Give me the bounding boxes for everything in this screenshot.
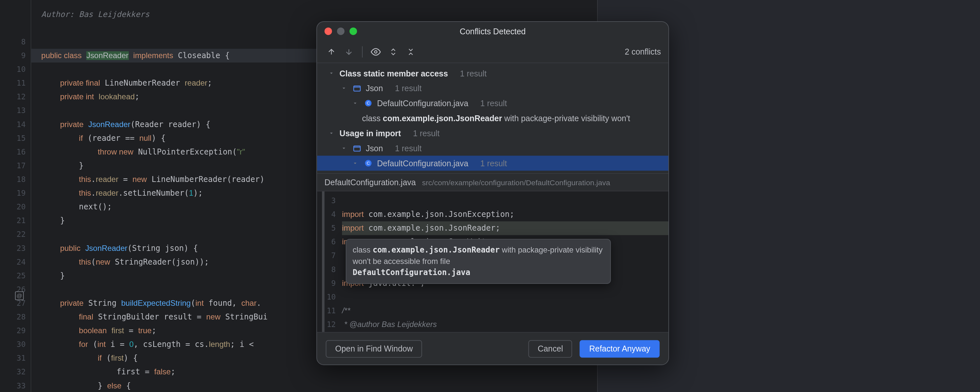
result-count: 1 result bbox=[480, 158, 507, 168]
toolbar-separator bbox=[362, 46, 363, 57]
result-count: 1 result bbox=[480, 98, 507, 108]
refactor-anyway-button[interactable]: Refactor Anyway bbox=[580, 340, 660, 357]
dialog-title: Conflicts Detected bbox=[317, 27, 668, 36]
window-traffic-lights bbox=[325, 27, 357, 35]
result-count: 1 result bbox=[395, 84, 422, 93]
gutter-line-number: 10 bbox=[17, 62, 26, 76]
minimize-icon bbox=[337, 27, 345, 35]
chevron-down-icon[interactable] bbox=[339, 144, 348, 153]
preview-line-number: 11 bbox=[327, 304, 336, 317]
tooltip-target-file: DefaultConfiguration.java bbox=[353, 268, 470, 277]
gutter-line-number: 32 bbox=[17, 365, 26, 379]
chevron-down-icon[interactable] bbox=[351, 99, 360, 107]
code-line[interactable]: } else { bbox=[31, 379, 597, 392]
conflicts-tree[interactable]: Class static member access 1 resultJson … bbox=[317, 63, 668, 173]
gutter-line-number: 8 bbox=[21, 35, 26, 49]
preview-code-line[interactable] bbox=[342, 194, 668, 207]
file-name: DefaultConfiguration.java bbox=[377, 158, 468, 168]
group-label: Usage in import bbox=[339, 128, 401, 138]
preview-code-line[interactable]: /** bbox=[342, 304, 668, 317]
open-in-find-window-button[interactable]: Open in Find Window bbox=[326, 340, 422, 357]
dialog-titlebar[interactable]: Conflicts Detected bbox=[317, 22, 668, 40]
gutter-line-number: 19 bbox=[17, 186, 26, 200]
gutter-line-number: 30 bbox=[17, 338, 26, 352]
tooltip-qualified-name: com.example.json.JsonReader bbox=[373, 245, 500, 255]
next-occurrence-icon[interactable] bbox=[342, 45, 356, 59]
gutter-line-number: 29 bbox=[17, 324, 26, 338]
preview-code-line[interactable]: * @author Bas Leijdekkers bbox=[342, 317, 668, 331]
preview-line-number: 4 bbox=[331, 207, 336, 221]
preview-line-number: 6 bbox=[331, 235, 336, 249]
svg-text:C: C bbox=[367, 161, 370, 166]
gutter-line-number: 14 bbox=[17, 118, 26, 131]
gutter-line-number: 23 bbox=[17, 241, 26, 255]
gutter-line-number: 11 bbox=[17, 76, 26, 90]
tree-row[interactable]: class com.example.json.JsonReader with p… bbox=[317, 111, 668, 126]
gutter-line-number: 22 bbox=[17, 228, 26, 241]
preview-code-line[interactable]: import com.example.json.JsonException; bbox=[342, 207, 668, 221]
collapse-all-icon[interactable] bbox=[404, 45, 417, 59]
author-annotation: Author: Bas Leijdekkers bbox=[31, 8, 150, 21]
result-count: 1 result bbox=[413, 128, 440, 138]
tree-row[interactable]: CDefaultConfiguration.java 1 result bbox=[317, 156, 668, 171]
prev-occurrence-icon[interactable] bbox=[325, 45, 338, 59]
conflicts-dialog: Conflicts Detected 2 conflicts Class sta… bbox=[316, 21, 669, 365]
preview-line-number: 8 bbox=[331, 263, 336, 276]
tree-row[interactable]: CDefaultConfiguration.java 1 result bbox=[317, 96, 668, 111]
gutter-line-number: 31 bbox=[17, 352, 26, 365]
chevron-down-icon[interactable] bbox=[351, 159, 360, 167]
tree-row[interactable]: Class static member access 1 result bbox=[317, 66, 668, 81]
close-icon[interactable] bbox=[325, 27, 332, 35]
tree-row[interactable]: Json 1 result bbox=[317, 81, 668, 96]
preview-line-number: 5 bbox=[331, 221, 336, 235]
gutter-line-number: 24 bbox=[17, 255, 26, 269]
gutter-line-number: 20 bbox=[17, 200, 26, 214]
module-name: Json bbox=[366, 84, 383, 93]
code-line[interactable]: first = false; bbox=[31, 365, 597, 379]
editor-gutter: 8910111213141516171819202122232425262728… bbox=[0, 0, 31, 392]
svg-point-0 bbox=[374, 50, 377, 53]
class-file-icon: C bbox=[363, 158, 373, 168]
preview-file-path: src/com/example/configuration/DefaultCon… bbox=[422, 178, 610, 187]
result-count: 1 result bbox=[395, 143, 422, 153]
result-count: 1 result bbox=[460, 69, 487, 78]
chevron-down-icon[interactable] bbox=[327, 129, 336, 137]
conflict-tooltip: class com.example.json.JsonReader with p… bbox=[345, 239, 611, 284]
svg-text:C: C bbox=[367, 100, 370, 105]
maximize-icon[interactable] bbox=[350, 27, 357, 35]
preview-line-number: 9 bbox=[331, 276, 336, 290]
chevron-down-icon[interactable] bbox=[339, 84, 348, 92]
preview-toggle-icon[interactable] bbox=[369, 45, 382, 59]
conflict-count: 2 conflicts bbox=[625, 47, 661, 56]
tree-row[interactable]: Json 1 result bbox=[317, 141, 668, 156]
preview-pane[interactable]: 3456789101112 import com.example.json.Js… bbox=[317, 191, 668, 332]
dialog-toolbar: 2 conflicts bbox=[317, 40, 668, 63]
gutter-line-number: 16 bbox=[17, 145, 26, 159]
tooltip-text: class bbox=[353, 245, 372, 255]
gutter-line-number: 9 bbox=[21, 49, 26, 62]
gutter-line-number: 25 bbox=[17, 269, 26, 282]
group-label: Class static member access bbox=[339, 69, 448, 78]
dialog-button-bar: Open in Find Window Cancel Refactor Anyw… bbox=[317, 332, 668, 365]
preview-header: DefaultConfiguration.java src/com/exampl… bbox=[317, 173, 668, 191]
preview-code-line[interactable]: import com.example.json.JsonReader; bbox=[342, 221, 668, 235]
gutter-line-number: 17 bbox=[17, 159, 26, 172]
tree-row[interactable]: Usage in import 1 result bbox=[317, 126, 668, 141]
gutter-line-number: 33 bbox=[17, 379, 26, 392]
gutter-line-number: 28 bbox=[17, 310, 26, 324]
preview-file-name: DefaultConfiguration.java bbox=[325, 178, 415, 187]
gutter-line-number: 15 bbox=[17, 131, 26, 145]
annotation-marker-icon[interactable]: @ bbox=[15, 292, 24, 300]
cancel-button[interactable]: Cancel bbox=[528, 340, 572, 357]
preview-gutter-mark bbox=[322, 191, 325, 332]
gutter-line-number: 18 bbox=[17, 172, 26, 186]
module-icon bbox=[352, 143, 362, 153]
gutter-line-number: 21 bbox=[17, 214, 26, 228]
chevron-down-icon[interactable] bbox=[327, 69, 336, 78]
preview-line-number: 12 bbox=[327, 317, 336, 331]
expand-all-icon[interactable] bbox=[387, 45, 400, 59]
preview-code-line[interactable] bbox=[342, 290, 668, 304]
class-file-icon: C bbox=[363, 98, 373, 108]
gutter-line-number: 13 bbox=[17, 104, 26, 118]
preview-line-number: 7 bbox=[331, 249, 336, 263]
